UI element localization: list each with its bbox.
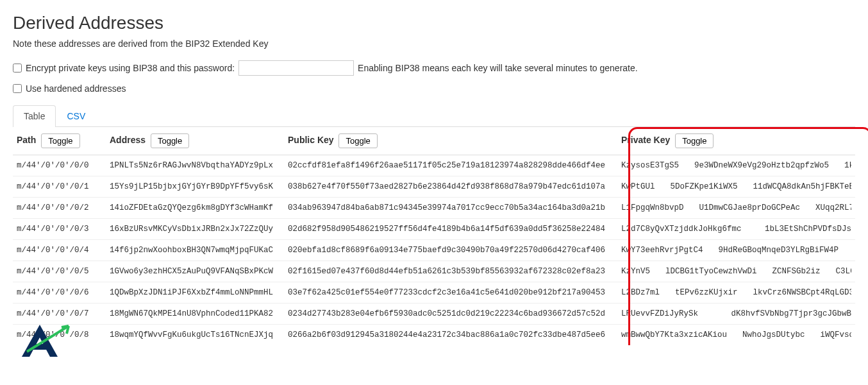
privkey-fragment: KwY73eehRvrjPgtC4 xyxy=(621,246,703,255)
privkey-fragment: L1FpgqWn8bvpD xyxy=(621,203,684,212)
privkey-fragment: lkvCrz6NWSBCpt4RqLGD3rVY xyxy=(753,288,851,297)
addresses-table: Path Toggle Address Toggle Public Key To… xyxy=(13,127,855,345)
cell-address[interactable]: 15Ys9jLP15bjbxjGYjGYrB9DpYFf5vy6sK xyxy=(106,176,284,198)
privkey-fragment: 9HdReGBoqMnqeD3YLRgBiFW4P xyxy=(719,246,839,255)
privkey-fragment: iWQFvsc xyxy=(821,330,851,339)
cell-privkey[interactable]: LRUevvFZDiJyRySkdK8hvfSVbNbg7Tjpr3gcJGbw… xyxy=(617,304,855,325)
privkey-fragment: LRUevvFZDiJyRySk xyxy=(621,309,698,318)
privkey-fragment: 1kp xyxy=(844,161,851,170)
cell-path[interactable]: m/44'/0'/0'/0/3 xyxy=(13,219,106,240)
cell-pubkey[interactable]: 020ebfa1d8cf8689f6a09134e775baefd9c30490… xyxy=(284,240,617,261)
cell-privkey[interactable]: KwPtGUl5DoFZKpe1KiWX511dWCQA8dkAn5hjFBKT… xyxy=(617,176,855,198)
cell-address[interactable]: 14ioZFDEtaGzQYQezg6km8gDYf3cWHamKf xyxy=(106,198,284,219)
privkey-fragment: 5DoFZKpe1KiWX5 xyxy=(671,182,738,191)
privkey-fragment: KwPtGUl xyxy=(621,182,655,191)
bip38-checkbox[interactable] xyxy=(13,64,22,73)
cell-privkey[interactable]: KzYnV5lDCBG1tTyoCewzhVwDiZCNFSGb2izC3L6T… xyxy=(617,261,855,282)
privkey-fragment: wmBwwQbY7Kta3xzicAKiou xyxy=(621,330,727,339)
col-header-pubkey: Public Key Toggle xyxy=(284,127,617,155)
table-header-row: Path Toggle Address Toggle Public Key To… xyxy=(13,127,855,155)
col-header-address: Address Toggle xyxy=(106,127,284,155)
privkey-fragment: tEPv6zzKUjxir xyxy=(675,288,738,297)
cell-path[interactable]: m/44'/0'/0'/0/6 xyxy=(13,282,106,304)
toggle-path-button[interactable]: Toggle xyxy=(41,133,79,148)
privkey-fragment: 11dWCQA8dkAn5hjFBKTeEh3 xyxy=(753,182,851,191)
cell-path[interactable]: m/44'/0'/0'/0/8 xyxy=(13,325,106,346)
col-header-path-label: Path xyxy=(17,135,36,145)
cell-privkey[interactable]: wmBwwQbY7Kta3xzicAKiouNwhoJgsDUtybciWQFv… xyxy=(617,325,855,346)
hardened-label: Use hardened addresses xyxy=(26,83,126,94)
cell-privkey[interactable]: L1FpgqWn8bvpDU1DmwCGJae8prDoGCPeAcXUqq2R… xyxy=(617,198,855,219)
privkey-fragment: ZCNFSGb2iz xyxy=(772,267,821,276)
table-row: m/44'/0'/0'/0/115Ys9jLP15bjbxjGYjGYrB9Dp… xyxy=(13,176,855,198)
tab-csv[interactable]: CSV xyxy=(56,105,96,126)
privkey-fragment: dK8hvfSVbNbg7Tjpr3gcJGbwB xyxy=(731,309,851,318)
bip38-password-input[interactable] xyxy=(238,60,354,76)
table-row: m/44'/0'/0'/0/718MgWN67QkMPE14nU8VphnCod… xyxy=(13,304,855,325)
table-row: m/44'/0'/0'/0/61QDwBpXzJDN1iPJF6XxbZf4mm… xyxy=(13,282,855,304)
col-header-privkey-label: Private Key xyxy=(621,135,670,145)
cell-pubkey[interactable]: 02ccfdf81efa8f1496f26aae51171f05c25e719a… xyxy=(284,155,617,176)
privkey-fragment: XUqq2RL7k xyxy=(815,203,851,212)
privkey-fragment: lDCBG1tTyoCewzhVwDi xyxy=(665,267,757,276)
cell-pubkey[interactable]: 0234d27743b283e04efb6f5930adc0c5251dc0d2… xyxy=(284,304,617,325)
privkey-fragment: KzYnV5 xyxy=(621,267,650,276)
cell-pubkey[interactable]: 034ab963947d84ba6ab871c94345e39974a7017c… xyxy=(284,198,617,219)
privkey-fragment: 9e3WDneWX9eVg29oHztb2qpfzWo5 xyxy=(694,161,829,170)
cell-address[interactable]: 1QDwBpXzJDN1iPJF6XxbZf4mmLoNNPmmHL xyxy=(106,282,284,304)
bip38-label-suffix: Enabling BIP38 means each key will take … xyxy=(358,63,638,73)
cell-pubkey[interactable]: 038b627e4f70f550f73aed2827b6e23864d42fd9… xyxy=(284,176,617,198)
toggle-privkey-button[interactable]: Toggle xyxy=(675,133,714,148)
privkey-fragment: 1bL3EtShChPVDfsDJs xyxy=(765,225,851,234)
privkey-fragment: L2BDz7ml xyxy=(621,288,660,297)
col-header-pubkey-label: Public Key xyxy=(288,135,334,145)
col-header-privkey: Private Key Toggle xyxy=(617,127,855,155)
hardened-checkbox[interactable] xyxy=(13,84,22,93)
cell-address[interactable]: 14f6jp2nwXoohboxBH3QN7wmqMjpqFUKaC xyxy=(106,240,284,261)
cell-address[interactable]: 1GVwo6y3ezhHCX5zAuPuQ9VFANqSBxPKcW xyxy=(106,261,284,282)
privkey-fragment: U1DmwCGJae8prDoGCPeAc xyxy=(699,203,801,212)
table-row: m/44'/0'/0'/0/316xBzURsvMKCyVsDbixJRBn2x… xyxy=(13,219,855,240)
toggle-pubkey-button[interactable]: Toggle xyxy=(338,133,377,148)
cell-pubkey[interactable]: 03e7f62a425c01ef554e0f77233cdcf2c3e16a41… xyxy=(284,282,617,304)
cell-privkey[interactable]: KwY73eehRvrjPgtC49HdReGBoqMnqeD3YLRgBiFW… xyxy=(617,240,855,261)
note-text: Note these addresses are derived from th… xyxy=(13,38,855,49)
privkey-fragment: L2d7C8yQvXTzjddkJoHkg6fmc xyxy=(621,225,742,234)
cell-privkey[interactable]: L2BDz7mltEPv6zzKUjxirlkvCrz6NWSBCpt4RqLG… xyxy=(617,282,855,304)
bip38-label-prefix: Encrypt private keys using BIP38 and thi… xyxy=(26,63,235,73)
table-row: m/44'/0'/0'/0/414f6jp2nwXoohboxBH3QN7wmq… xyxy=(13,240,855,261)
table-row: m/44'/0'/0'/0/214ioZFDEtaGzQYQezg6km8gDY… xyxy=(13,198,855,219)
table-row: m/44'/0'/0'/0/01PNLTs5Nz6rRAGJwvN8Vbqtha… xyxy=(13,155,855,176)
col-header-path: Path Toggle xyxy=(13,127,106,155)
cell-address[interactable]: 18MgWN67QkMPE14nU8VphnCoded11PKA82 xyxy=(106,304,284,325)
toggle-address-button[interactable]: Toggle xyxy=(151,133,189,148)
cell-address[interactable]: 16xBzURsvMKCyVsDbixJRBn2xJx72ZzQUy xyxy=(106,219,284,240)
cell-path[interactable]: m/44'/0'/0'/0/7 xyxy=(13,304,106,325)
privkey-fragment: NwhoJgsDUtybc xyxy=(742,330,805,339)
table-row: m/44'/0'/0'/0/818wqmYQfWvvFgKu6ukgUcTs16… xyxy=(13,325,855,346)
cell-privkey[interactable]: L2d7C8yQvXTzjddkJoHkg6fmc1bL3EtShChPVDfs… xyxy=(617,219,855,240)
cell-path[interactable]: m/44'/0'/0'/0/1 xyxy=(13,176,106,198)
cell-pubkey[interactable]: 02f1615ed07e437f60d8d44efb51a6261c3b539b… xyxy=(284,261,617,282)
table-row: m/44'/0'/0'/0/51GVwo6y3ezhHCX5zAuPuQ9VFA… xyxy=(13,261,855,282)
table-wrap: Path Toggle Address Toggle Public Key To… xyxy=(13,127,855,345)
hardened-row: Use hardened addresses xyxy=(13,83,855,94)
col-header-address-label: Address xyxy=(110,135,146,145)
cell-pubkey[interactable]: 02d682f958d905486219527ff56d4fe4189b4b6a… xyxy=(284,219,617,240)
bip38-row: Encrypt private keys using BIP38 and thi… xyxy=(13,60,855,76)
cell-privkey[interactable]: KzysosE3TgS59e3WDneWX9eVg29oHztb2qpfzWo5… xyxy=(617,155,855,176)
page-title: Derived Addresses xyxy=(13,13,855,33)
tab-table[interactable]: Table xyxy=(13,105,56,127)
cell-path[interactable]: m/44'/0'/0'/0/4 xyxy=(13,240,106,261)
cell-path[interactable]: m/44'/0'/0'/0/0 xyxy=(13,155,106,176)
view-tabs: Table CSV xyxy=(13,105,855,127)
cell-path[interactable]: m/44'/0'/0'/0/2 xyxy=(13,198,106,219)
cell-address[interactable]: 18wqmYQfWvvFgKu6ukgUcTs16TNcnEJXjq xyxy=(106,325,284,346)
cell-address[interactable]: 1PNLTs5Nz6rRAGJwvN8VbqthaYADYz9pLx xyxy=(106,155,284,176)
cell-path[interactable]: m/44'/0'/0'/0/5 xyxy=(13,261,106,282)
privkey-fragment: KzysosE3TgS5 xyxy=(621,161,679,170)
cell-pubkey[interactable]: 0266a2b6f03d912945a3180244e4a23172c34bac… xyxy=(284,325,617,346)
privkey-fragment: C3L6TA xyxy=(836,267,851,276)
